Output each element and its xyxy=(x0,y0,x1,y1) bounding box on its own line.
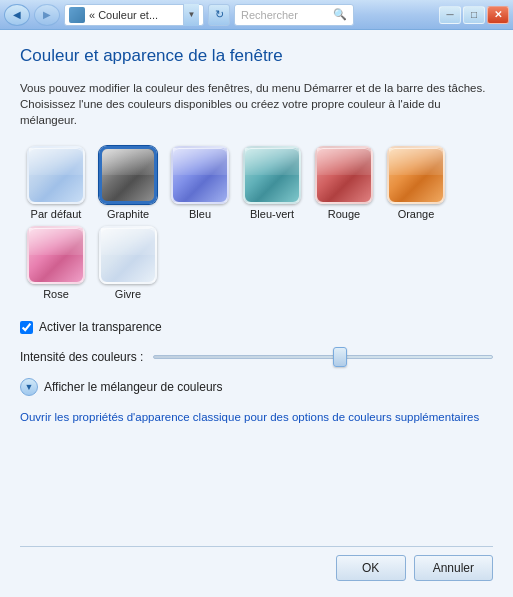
address-text: « Couleur et... xyxy=(89,9,179,21)
swatch-label-orange: Orange xyxy=(398,208,435,220)
swatch-blue[interactable] xyxy=(171,146,229,204)
swatch-orange[interactable] xyxy=(387,146,445,204)
title-bar-left: ◀ ▶ « Couleur et... ▼ ↻ Rechercher 🔍 xyxy=(4,4,354,26)
swatch-frost[interactable] xyxy=(99,226,157,284)
main-content: Couleur et apparence de la fenêtre Vous … xyxy=(0,30,513,597)
swatch-label-red: Rouge xyxy=(328,208,360,220)
swatch-label-pink: Rose xyxy=(43,288,69,300)
swatch-label-teal: Bleu-vert xyxy=(250,208,294,220)
ok-button[interactable]: OK xyxy=(336,555,406,581)
search-icon: 🔍 xyxy=(333,8,347,21)
swatch-label-blue: Bleu xyxy=(189,208,211,220)
cancel-button[interactable]: Annuler xyxy=(414,555,493,581)
swatches-container: Par défaut Graphite Bleu Bleu-vert Rouge… xyxy=(20,146,493,306)
expand-label[interactable]: Afficher le mélangeur de couleurs xyxy=(44,380,223,394)
transparency-checkbox[interactable] xyxy=(20,321,33,334)
intensity-row: Intensité des couleurs : xyxy=(20,350,493,364)
swatch-graphite[interactable] xyxy=(99,146,157,204)
page-title: Couleur et apparence de la fenêtre xyxy=(20,46,493,66)
maximize-button[interactable]: □ xyxy=(463,6,485,24)
swatch-teal[interactable] xyxy=(243,146,301,204)
swatch-item-graphite[interactable]: Graphite xyxy=(92,146,164,220)
swatch-item-pink[interactable]: Rose xyxy=(20,226,92,300)
forward-button[interactable]: ▶ xyxy=(34,4,60,26)
swatch-default[interactable] xyxy=(27,146,85,204)
transparency-row: Activer la transparence xyxy=(20,320,493,334)
intensity-label: Intensité des couleurs : xyxy=(20,350,143,364)
intensity-thumb[interactable] xyxy=(333,347,347,367)
swatch-label-graphite: Graphite xyxy=(107,208,149,220)
page-description: Vous pouvez modifier la couleur des fenê… xyxy=(20,80,493,128)
address-bar[interactable]: « Couleur et... ▼ xyxy=(64,4,204,26)
bottom-bar: OK Annuler xyxy=(20,546,493,581)
address-icon xyxy=(69,7,85,23)
swatch-red[interactable] xyxy=(315,146,373,204)
swatch-item-teal[interactable]: Bleu-vert xyxy=(236,146,308,220)
swatch-item-red[interactable]: Rouge xyxy=(308,146,380,220)
swatch-pink[interactable] xyxy=(27,226,85,284)
address-dropdown-button[interactable]: ▼ xyxy=(183,4,199,26)
search-bar[interactable]: Rechercher 🔍 xyxy=(234,4,354,26)
expand-icon[interactable]: ▼ xyxy=(20,378,38,396)
classic-properties-link[interactable]: Ouvrir les propriétés d'apparence classi… xyxy=(20,411,479,423)
transparency-label[interactable]: Activer la transparence xyxy=(39,320,162,334)
swatch-label-default: Par défaut xyxy=(31,208,82,220)
spacer xyxy=(20,434,493,536)
close-button[interactable]: ✕ xyxy=(487,6,509,24)
back-button[interactable]: ◀ xyxy=(4,4,30,26)
refresh-button[interactable]: ↻ xyxy=(208,4,230,26)
swatch-label-frost: Givre xyxy=(115,288,141,300)
minimize-button[interactable]: ─ xyxy=(439,6,461,24)
intensity-track xyxy=(153,355,493,359)
swatch-item-frost[interactable]: Givre xyxy=(92,226,164,300)
swatch-item-blue[interactable]: Bleu xyxy=(164,146,236,220)
swatch-item-orange[interactable]: Orange xyxy=(380,146,452,220)
title-bar-controls: ─ □ ✕ xyxy=(439,6,509,24)
link-row: Ouvrir les propriétés d'apparence classi… xyxy=(20,410,493,424)
expand-row[interactable]: ▼ Afficher le mélangeur de couleurs xyxy=(20,378,493,396)
search-placeholder: Rechercher xyxy=(241,9,298,21)
title-bar: ◀ ▶ « Couleur et... ▼ ↻ Rechercher 🔍 ─ □… xyxy=(0,0,513,30)
swatch-item-default[interactable]: Par défaut xyxy=(20,146,92,220)
